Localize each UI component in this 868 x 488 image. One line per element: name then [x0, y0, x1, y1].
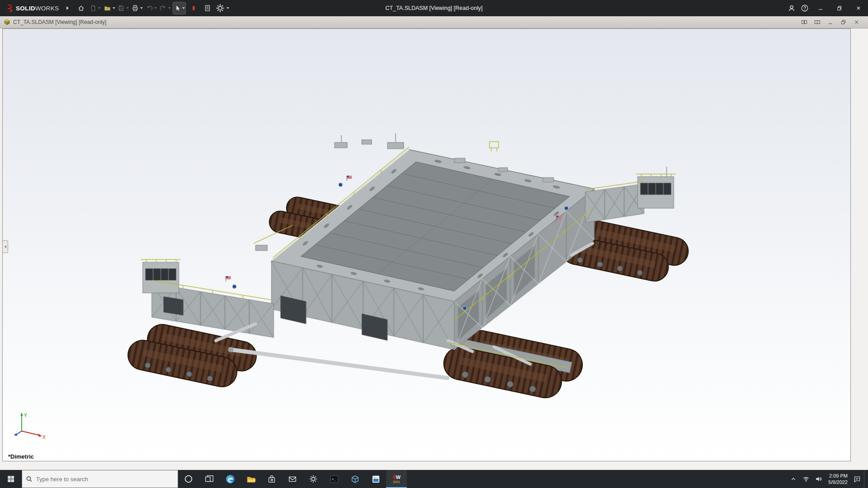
help-button[interactable]: [798, 2, 811, 14]
document-titlebar: CT_TA.SLDASM [Viewing] [Read-only]: [0, 16, 868, 28]
store-icon: [267, 474, 277, 484]
minimize-icon: [818, 5, 823, 11]
document-properties-button[interactable]: [201, 2, 213, 14]
undo-icon: [146, 5, 153, 12]
file-explorer-icon: [246, 474, 256, 484]
brand-expand-icon[interactable]: [61, 2, 73, 14]
view-orientation-label: *Dimetric: [8, 453, 34, 460]
store-button[interactable]: [261, 470, 282, 488]
close-icon: [856, 5, 861, 11]
workspace: Y X *Dimetric: [0, 28, 868, 470]
network-button[interactable]: [800, 470, 812, 488]
gear-icon: [215, 3, 225, 13]
edge-button[interactable]: [220, 470, 241, 488]
doc-restore-icon: [840, 19, 847, 25]
show-desktop-button[interactable]: [864, 470, 867, 488]
doc-minimize-button[interactable]: [826, 19, 835, 25]
dropdown-caret-icon: [154, 7, 157, 9]
doc-minimize-icon: [827, 19, 834, 25]
redo-icon: [160, 5, 167, 12]
doc-close-icon: [854, 19, 860, 25]
search-icon: [26, 475, 33, 483]
home-icon: [77, 5, 85, 12]
left-cab: [143, 262, 179, 293]
3dexperience-button[interactable]: [187, 2, 199, 14]
cortana-button[interactable]: [178, 470, 199, 488]
volume-button[interactable]: [813, 470, 825, 488]
dropdown-caret-icon: [168, 7, 171, 9]
restore-icon: [837, 5, 842, 11]
print-button[interactable]: [131, 2, 143, 14]
start-button[interactable]: [0, 470, 22, 488]
redo-button[interactable]: [159, 2, 171, 14]
settings-gear-icon: [308, 474, 318, 484]
save-button[interactable]: [117, 2, 129, 14]
close-button[interactable]: [849, 0, 868, 16]
properties-sheet-icon: [204, 5, 211, 12]
dropdown-caret-icon: [113, 7, 115, 9]
solidworks-taskbar-button[interactable]: SW 2021: [386, 470, 407, 488]
minimize-button[interactable]: [811, 0, 830, 16]
dropdown-caret-icon: [126, 7, 129, 9]
select-cursor-icon: [174, 5, 181, 12]
cortana-icon: [184, 474, 193, 484]
select-tool-button[interactable]: [173, 2, 185, 14]
dropdown-caret-icon: [140, 7, 143, 9]
save-icon: [118, 5, 125, 12]
split-pane-icon: [814, 19, 821, 25]
viewport-3d[interactable]: Y X *Dimetric: [2, 28, 851, 461]
clock-time: 2:09 PM: [828, 473, 848, 479]
document-title: CT_TA.SLDASM [Viewing] [Read-only]: [13, 19, 106, 25]
task-view-button[interactable]: [199, 470, 220, 488]
new-document-button[interactable]: [89, 2, 101, 14]
brand-text-light: WORKS: [35, 5, 59, 12]
chevron-up-icon: [790, 476, 797, 482]
options-button[interactable]: [215, 2, 229, 14]
terminal-icon: >_: [329, 474, 340, 484]
panel-collapse-tab[interactable]: [3, 240, 8, 253]
mail-icon: [288, 474, 297, 484]
action-center-icon: [854, 475, 861, 483]
split-pane-button[interactable]: [813, 19, 821, 25]
solidworks-logo[interactable]: SOLIDWORKS: [5, 4, 59, 13]
solidworks-2021-icon: SW 2021: [392, 475, 401, 483]
edrawings-button[interactable]: [344, 470, 365, 488]
orientation-triad: Y X: [13, 411, 48, 440]
dropdown-caret-icon: [98, 7, 101, 9]
ds-logo-icon: [5, 4, 14, 13]
file-explorer-button[interactable]: [241, 470, 261, 488]
edge-icon: [225, 474, 236, 484]
search-input[interactable]: [35, 475, 174, 483]
brand-text-bold: SOLID: [16, 5, 35, 12]
account-button[interactable]: [785, 2, 797, 14]
windows-taskbar: >_ SW 2021: [0, 470, 868, 488]
dropdown-caret-icon: [182, 7, 185, 9]
restore-button[interactable]: [830, 0, 849, 16]
3dexperience-icon: [190, 5, 197, 12]
settings-button[interactable]: [303, 470, 324, 488]
dropdown-caret-icon: [226, 7, 229, 9]
terminal-button[interactable]: >_: [324, 470, 344, 488]
windows-logo-icon: [7, 475, 15, 483]
home-button[interactable]: [75, 2, 87, 14]
photos-button[interactable]: [365, 470, 386, 488]
doc-close-button[interactable]: [853, 19, 861, 25]
task-view-icon: [204, 474, 214, 484]
undo-button[interactable]: [145, 2, 157, 14]
collapse-arrow-icon: [5, 245, 6, 248]
open-button[interactable]: [103, 2, 115, 14]
guide-tube: [231, 350, 447, 378]
svg-text:>_: >_: [331, 477, 336, 481]
solidworks-version-badge: 2021: [393, 480, 400, 483]
photos-icon: [371, 474, 381, 484]
mail-button[interactable]: [282, 470, 303, 488]
triad-y-label: Y: [24, 413, 27, 418]
taskbar-search[interactable]: [22, 470, 178, 488]
doc-restore-button[interactable]: [840, 19, 848, 25]
help-icon: [801, 4, 809, 12]
assembly-file-icon: [4, 19, 10, 26]
action-center-button[interactable]: [851, 470, 863, 488]
taskbar-clock[interactable]: 2:09 PM 5/9/2022: [826, 473, 850, 486]
tile-windows-button[interactable]: [800, 19, 808, 25]
hidden-icons-button[interactable]: [788, 470, 799, 488]
